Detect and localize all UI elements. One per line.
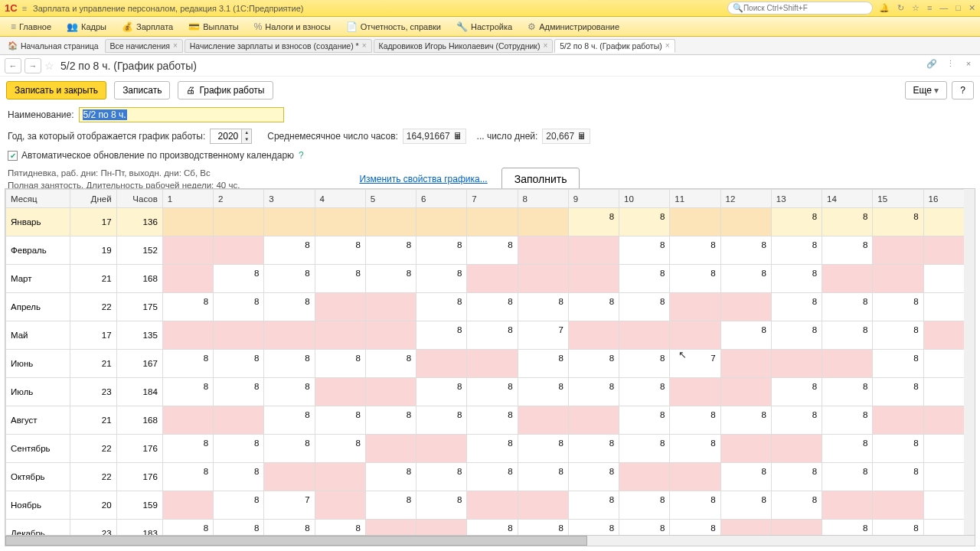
close-icon[interactable]: × bbox=[543, 41, 547, 50]
col-day-6[interactable]: 6 bbox=[416, 190, 467, 201]
menu-main[interactable]: ≡Главное bbox=[5, 20, 57, 34]
favorite-star-icon[interactable]: ☆ bbox=[44, 60, 54, 72]
wrench-icon: 🔧 bbox=[456, 21, 468, 32]
tabs-bar: 🏠Начальная страница Все начисления× Начи… bbox=[0, 37, 980, 55]
year-input[interactable]: ▲▼ bbox=[210, 129, 252, 144]
menu-nalogi[interactable]: %Налоги и взносы bbox=[248, 20, 337, 34]
people-icon: 👥 bbox=[67, 21, 78, 32]
save-close-button[interactable]: Записать и закрыть bbox=[6, 81, 106, 99]
spin-up-icon[interactable]: ▲ bbox=[242, 129, 251, 136]
home-icon: 🏠 bbox=[8, 41, 18, 51]
money-icon: 💰 bbox=[122, 21, 133, 32]
col-day-7[interactable]: 7 bbox=[467, 190, 518, 201]
main-menu-icon[interactable]: ≡ bbox=[22, 4, 27, 13]
fill-button[interactable]: Заполнить bbox=[501, 168, 580, 191]
avg-days-value: 20,667🖩 bbox=[542, 129, 590, 144]
percent-icon: % bbox=[254, 21, 263, 32]
wallet-icon: 💳 bbox=[188, 21, 200, 32]
maximize-icon[interactable]: □ bbox=[956, 3, 961, 13]
col-day-10[interactable]: 10 bbox=[619, 190, 670, 201]
search-input[interactable] bbox=[743, 4, 867, 12]
col-hours[interactable]: Часов bbox=[116, 190, 162, 201]
bell-icon[interactable]: 🔔 bbox=[879, 3, 890, 13]
year-field[interactable] bbox=[210, 129, 242, 144]
col-day-13[interactable]: 13 bbox=[771, 190, 822, 201]
spin-down-icon[interactable]: ▼ bbox=[242, 136, 251, 143]
close-page-icon[interactable]: × bbox=[962, 59, 975, 73]
calc-icon[interactable]: 🖩 bbox=[453, 131, 462, 142]
change-properties-link[interactable]: Изменить свойства графика... bbox=[359, 174, 487, 184]
tab-accrual-create[interactable]: Начисление зарплаты и взносов (создание)… bbox=[185, 39, 372, 53]
col-day-2[interactable]: 2 bbox=[214, 190, 264, 201]
global-search[interactable]: 🔍 bbox=[727, 2, 873, 15]
col-day-15[interactable]: 15 bbox=[873, 190, 923, 201]
col-day-14[interactable]: 14 bbox=[822, 190, 873, 201]
app-logo: 1C bbox=[5, 2, 18, 14]
printer-icon: 🖨 bbox=[186, 85, 195, 96]
vertical-scrollbar[interactable] bbox=[964, 189, 975, 201]
table-header-row: Месяц Дней Часов12345678910111213141516 bbox=[6, 190, 975, 201]
report-icon: 📄 bbox=[346, 21, 358, 32]
history-icon[interactable]: ↻ bbox=[897, 3, 904, 13]
schedule-info-1: Пятидневка, раб. дни: Пн-Пт, выходн. дни… bbox=[8, 167, 240, 179]
calc-icon[interactable]: 🖩 bbox=[577, 131, 586, 142]
menu-admin[interactable]: ⚙Администрирование bbox=[521, 20, 626, 34]
print-schedule-button[interactable]: 🖨График работы bbox=[178, 81, 273, 99]
check-icon: ✔ bbox=[8, 151, 18, 161]
page-header: ← → ☆ 5/2 по 8 ч. (График работы) 🔗 ⋮ × bbox=[0, 55, 980, 77]
menu-kadry[interactable]: 👥Кадры bbox=[60, 20, 113, 34]
tab-home[interactable]: 🏠Начальная страница bbox=[3, 39, 103, 52]
minimize-icon[interactable]: — bbox=[939, 3, 948, 13]
save-button[interactable]: Записать bbox=[114, 81, 170, 99]
close-icon[interactable]: × bbox=[665, 41, 670, 50]
nav-back-button[interactable]: ← bbox=[5, 58, 21, 73]
col-day-4[interactable]: 4 bbox=[315, 190, 365, 201]
star-icon[interactable]: ☆ bbox=[912, 3, 920, 13]
menu-bars-icon[interactable]: ≡ bbox=[927, 3, 932, 13]
avg-days-label: ... число дней: bbox=[477, 131, 538, 142]
schedule-table-scroll[interactable]: Месяц Дней Часов12345678910111213141516 … bbox=[5, 189, 975, 201]
year-label: Год, за который отображается график рабо… bbox=[8, 131, 205, 142]
col-day-8[interactable]: 8 bbox=[518, 190, 568, 201]
schedule-form: Наименование: 5/2 по 8 ч. Год, за которы… bbox=[0, 104, 980, 201]
name-input[interactable]: 5/2 по 8 ч. bbox=[79, 107, 284, 122]
more-button[interactable]: Еще bbox=[905, 81, 948, 99]
col-month[interactable]: Месяц bbox=[6, 190, 70, 201]
window-titlebar: 1C ≡ Зарплата и управление персоналом, р… bbox=[0, 0, 980, 17]
close-window-icon[interactable]: ✕ bbox=[969, 3, 975, 13]
help-button[interactable]: ? bbox=[952, 81, 974, 99]
more-vert-icon[interactable]: ⋮ bbox=[943, 59, 957, 73]
schedule-table-wrap: Месяц Дней Часов12345678910111213141516 … bbox=[5, 188, 975, 201]
nav-forward-button[interactable]: → bbox=[24, 58, 41, 73]
col-day-12[interactable]: 12 bbox=[720, 190, 771, 201]
title-icons: 🔔 ↻ ☆ ≡ — □ ✕ bbox=[879, 3, 975, 13]
link-icon[interactable]: 🔗 bbox=[925, 59, 939, 73]
help-question-icon[interactable]: ? bbox=[299, 150, 304, 161]
avg-hours-label: Среднемесячное число часов: bbox=[267, 131, 398, 142]
search-icon: 🔍 bbox=[733, 3, 743, 13]
col-day-5[interactable]: 5 bbox=[365, 190, 416, 201]
menu-nastr[interactable]: 🔧Настройка bbox=[450, 20, 518, 34]
window-title: Зарплата и управление персоналом, редакц… bbox=[33, 4, 727, 13]
col-days[interactable]: Дней bbox=[70, 190, 116, 201]
menu-vyplaty[interactable]: 💳Выплаты bbox=[182, 20, 244, 34]
col-day-9[interactable]: 9 bbox=[568, 190, 619, 201]
col-day-3[interactable]: 3 bbox=[264, 190, 315, 201]
tab-schedule[interactable]: 5/2 по 8 ч. (График работы)× bbox=[554, 39, 675, 53]
col-day-11[interactable]: 11 bbox=[670, 190, 720, 201]
auto-update-checkbox[interactable]: ✔Автоматическое обновление по производст… bbox=[8, 150, 294, 161]
col-day-1[interactable]: 1 bbox=[162, 190, 213, 201]
schedule-table: Месяц Дней Часов12345678910111213141516 … bbox=[5, 189, 975, 201]
page-title: 5/2 по 8 ч. (График работы) bbox=[60, 60, 197, 72]
menu-otchet[interactable]: 📄Отчетность, справки bbox=[340, 20, 447, 34]
gear-icon: ⚙ bbox=[528, 21, 536, 32]
menu-lines-icon: ≡ bbox=[11, 21, 16, 32]
name-label: Наименование: bbox=[8, 109, 74, 120]
menu-zarplata[interactable]: 💰Зарплата bbox=[116, 20, 179, 34]
close-icon[interactable]: × bbox=[362, 41, 367, 50]
tab-employee[interactable]: Кадровиков Игорь Николаевич (Сотрудник)× bbox=[374, 39, 554, 53]
main-menubar: ≡Главное 👥Кадры 💰Зарплата 💳Выплаты %Нало… bbox=[0, 17, 980, 37]
tab-all-accruals[interactable]: Все начисления× bbox=[105, 39, 183, 53]
avg-hours-value: 164,91667🖩 bbox=[403, 129, 466, 144]
close-icon[interactable]: × bbox=[173, 41, 178, 50]
